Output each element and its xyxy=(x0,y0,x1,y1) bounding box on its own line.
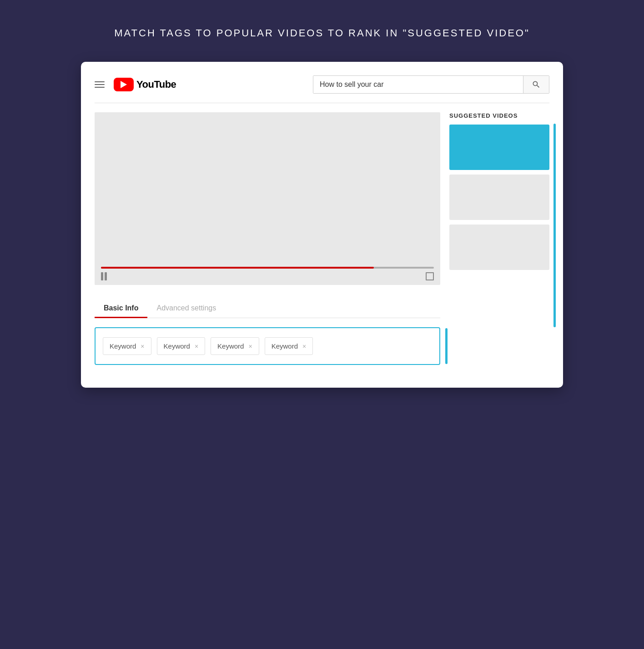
search-input[interactable] xyxy=(313,76,523,93)
progress-bar[interactable] xyxy=(101,267,434,269)
tab-advanced-settings[interactable]: Advanced settings xyxy=(147,299,225,318)
main-content: Basic Info Advanced settings Keyword × K… xyxy=(95,112,549,365)
suggested-panel-bracket xyxy=(553,124,556,327)
hamburger-menu[interactable] xyxy=(95,81,105,88)
pause-button[interactable] xyxy=(101,272,107,280)
video-controls xyxy=(95,262,440,285)
controls-row xyxy=(101,272,434,280)
tabs-section: Basic Info Advanced settings xyxy=(95,299,440,318)
keyword-label-1: Keyword xyxy=(110,342,136,350)
suggested-thumb-3[interactable] xyxy=(449,225,549,270)
headline: MATCH TAGS TO POPULAR VIDEOS TO RANK IN … xyxy=(114,27,530,39)
suggested-thumb-2[interactable] xyxy=(449,175,549,220)
progress-filled xyxy=(101,267,374,269)
keywords-section[interactable]: Keyword × Keyword × Keyword × Keyword × xyxy=(95,327,440,365)
page-wrapper: MATCH TAGS TO POPULAR VIDEOS TO RANK IN … xyxy=(0,0,644,649)
youtube-header: YouTube xyxy=(95,75,549,103)
youtube-logo-icon xyxy=(114,78,134,91)
keyword-label-2: Keyword xyxy=(164,342,190,350)
keyword-remove-2[interactable]: × xyxy=(195,343,198,350)
keyword-label-4: Keyword xyxy=(272,342,298,350)
fullscreen-button[interactable] xyxy=(426,272,434,280)
keyword-remove-4[interactable]: × xyxy=(302,343,306,350)
youtube-logo-text: YouTube xyxy=(136,79,176,90)
keyword-label-3: Keyword xyxy=(217,342,244,350)
keyword-tag: Keyword × xyxy=(211,337,259,355)
keyword-tag: Keyword × xyxy=(265,337,313,355)
keyword-tag: Keyword × xyxy=(157,337,206,355)
search-icon xyxy=(532,80,541,89)
suggested-thumb-1[interactable] xyxy=(449,125,549,170)
search-button[interactable] xyxy=(523,76,549,93)
keywords-right-bracket xyxy=(445,328,448,364)
suggested-panel: SUGGESTED VIDEOS xyxy=(449,112,549,365)
keyword-remove-3[interactable]: × xyxy=(248,343,252,350)
tab-basic-info[interactable]: Basic Info xyxy=(95,299,147,318)
browser-card: YouTube xyxy=(81,62,563,388)
video-area: Basic Info Advanced settings Keyword × K… xyxy=(95,112,440,365)
youtube-logo[interactable]: YouTube xyxy=(114,78,176,91)
keyword-remove-1[interactable]: × xyxy=(141,343,144,350)
tabs-row: Basic Info Advanced settings xyxy=(95,299,440,318)
search-bar xyxy=(313,75,549,94)
suggested-panel-title: SUGGESTED VIDEOS xyxy=(449,112,549,119)
video-player xyxy=(95,112,440,285)
keyword-tag: Keyword × xyxy=(103,337,151,355)
